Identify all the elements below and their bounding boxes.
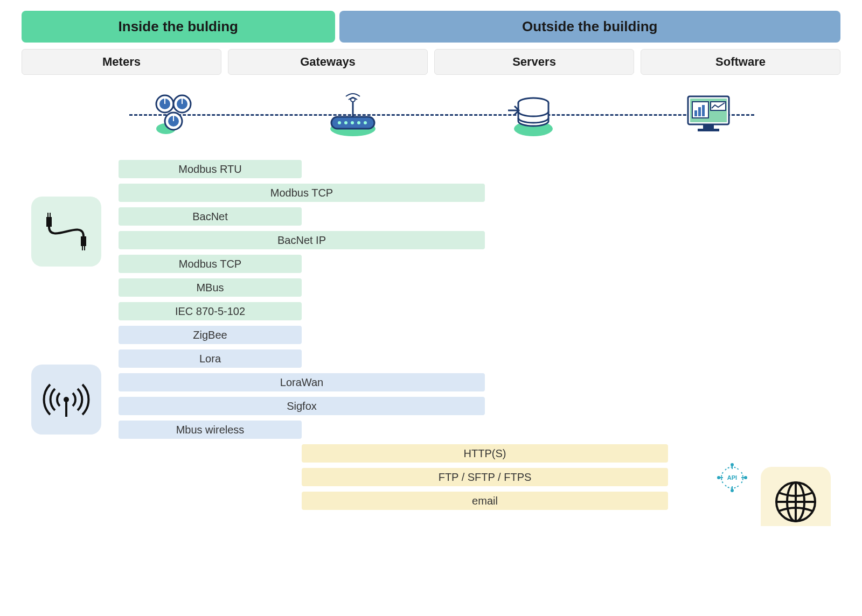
server-icon (442, 90, 620, 138)
svg-rect-29 (698, 129, 719, 131)
protocol-bar: MBus (119, 278, 302, 297)
svg-rect-28 (703, 124, 714, 129)
svg-rect-32 (50, 213, 51, 217)
svg-point-15 (357, 121, 360, 124)
internet-icon (761, 467, 831, 526)
protocol-bar: ZigBee (119, 326, 302, 344)
svg-point-43 (731, 489, 733, 492)
meters-icon (86, 90, 264, 138)
svg-rect-35 (84, 246, 85, 250)
protocol-bar: LoraWan (119, 373, 485, 391)
svg-rect-30 (46, 217, 52, 227)
svg-point-13 (344, 121, 347, 124)
svg-point-16 (364, 121, 367, 124)
protocol-bar: email (302, 492, 668, 510)
svg-rect-24 (694, 110, 697, 116)
tab-software: Software (641, 49, 840, 75)
tab-inside-building: Inside the bulding (22, 11, 335, 43)
protocol-bar: IEC 870-5-102 (119, 302, 302, 320)
protocol-bar: BacNet (119, 207, 302, 226)
component-tabs: Meters Gateways Servers Software (22, 49, 840, 75)
protocol-bar: FTP / SFTP / FTPS (302, 468, 668, 486)
protocol-bar: Modbus TCP (119, 184, 485, 202)
svg-rect-33 (81, 236, 86, 246)
tab-gateways: Gateways (228, 49, 428, 75)
svg-text:API: API (727, 474, 737, 481)
svg-point-42 (731, 464, 733, 466)
protocol-bar: Modbus TCP (119, 255, 302, 273)
wireless-icon (31, 365, 101, 435)
pipeline-icons (86, 85, 797, 144)
api-icon: API (715, 463, 749, 495)
svg-point-12 (338, 121, 341, 124)
svg-point-44 (718, 477, 720, 479)
svg-point-14 (351, 121, 354, 124)
svg-point-45 (745, 477, 747, 479)
svg-rect-26 (702, 105, 705, 116)
tab-servers: Servers (434, 49, 634, 75)
protocols-area: API Modbus RTUModbus TCPBacNetBacNet IPM… (22, 160, 840, 510)
protocol-bar: BacNet IP (119, 231, 485, 249)
wired-icon (31, 197, 101, 267)
protocol-bar: HTTP(S) (302, 444, 668, 463)
tab-meters: Meters (22, 49, 221, 75)
software-icon (620, 90, 797, 138)
svg-rect-31 (47, 213, 48, 217)
protocol-bar: Mbus wireless (119, 421, 302, 439)
gateway-icon (264, 90, 442, 138)
svg-rect-25 (698, 107, 701, 116)
protocol-bar: Lora (119, 349, 302, 368)
tab-outside-building: Outside the building (339, 11, 840, 43)
top-location-tabs: Inside the bulding Outside the building (22, 11, 840, 43)
svg-rect-34 (82, 246, 83, 250)
protocol-bar: Sigfox (119, 397, 485, 415)
protocol-bar: Modbus RTU (119, 160, 302, 178)
